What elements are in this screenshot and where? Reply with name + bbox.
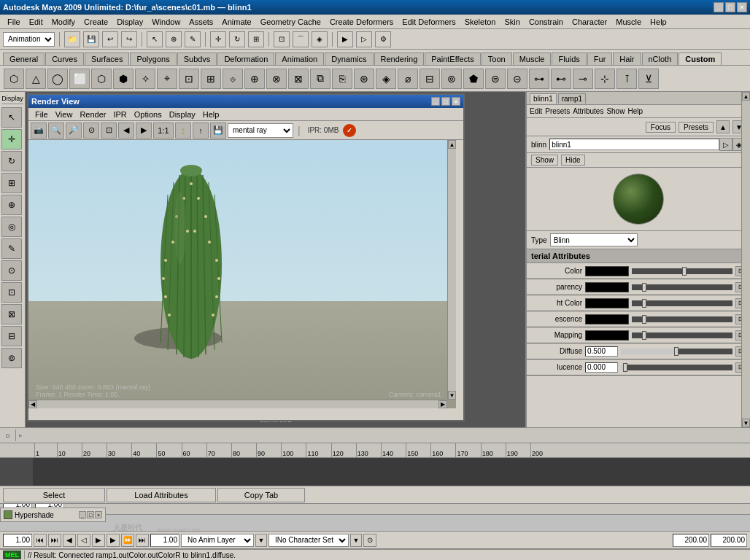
tab-subdvs[interactable]: Subdvs [177,52,217,65]
shelf-icon-1[interactable]: ⬡ [4,69,24,89]
ae-menu-show[interactable]: Show [606,107,625,115]
rv-menu-render[interactable]: Render [76,109,109,120]
go-to-end-btn[interactable]: ⏭ [136,534,149,547]
select-arrow-tool[interactable]: ↖ [1,107,22,128]
render-btn[interactable]: ▶ [337,31,353,47]
attr-incandescence-swatch[interactable] [585,314,629,324]
attr-ambient-swatch[interactable] [585,298,629,308]
open-file-btn[interactable]: 📁 [64,31,80,47]
rv-close-btn[interactable]: × [452,97,460,106]
step-forward-btn[interactable]: ▶ [107,534,120,547]
shelf-icon-15[interactable]: ⧉ [310,69,330,89]
minimize-btn[interactable]: _ [714,2,724,12]
ipr-render-btn[interactable]: ▷ [356,31,372,47]
shelf-icon-25[interactable]: ⊶ [529,69,549,89]
tab-custom[interactable]: Custom [679,52,722,65]
menu-skin[interactable]: Skin [500,16,524,28]
attr-diffuse-value[interactable] [585,346,618,357]
type-select[interactable]: Blinn [550,233,638,246]
paint-select-tool[interactable]: ✎ [1,238,22,259]
rv-ratio-btn[interactable]: 1:1 [153,122,174,139]
play-back-btn[interactable]: ◁ [77,534,90,547]
rv-menu-options[interactable]: Options [131,109,166,120]
menu-create-deformers[interactable]: Create Deformers [325,16,398,28]
window-controls[interactable]: _ □ × [714,2,747,12]
play-forward-btn[interactable]: ▶ [92,534,105,547]
ae-tab-ramp1[interactable]: ramp1 [558,93,586,104]
rv-scroll-right-btn[interactable]: ▶ [438,400,447,408]
anim-layer-select[interactable]: No Anim Layer [181,534,254,547]
rv-menu-ipr[interactable]: IPR [109,109,130,120]
blinn-name-input[interactable] [549,139,719,150]
tab-ncloth[interactable]: nCloth [642,52,679,65]
attr-ambient-slider[interactable] [632,300,732,306]
rv-scroll-left-btn[interactable]: ◀ [28,400,37,408]
render-view-titlebar[interactable]: Render View _ □ × [28,95,463,108]
menu-help[interactable]: Help [646,16,671,28]
ae-menu-attributes[interactable]: Attributes [573,107,603,115]
shelf-icon-27[interactable]: ⊸ [573,69,593,89]
anim-layer-options-btn[interactable]: ▼ [255,534,267,547]
rotate-tool[interactable]: ↻ [1,151,22,171]
shelf-icon-3[interactable]: ◯ [47,69,68,89]
shelf-icon-26[interactable]: ⊷ [551,69,571,89]
menu-create[interactable]: Create [80,16,112,28]
menu-edit-deformers[interactable]: Edit Deformers [398,16,460,28]
shelf-icon-10[interactable]: ⊞ [201,69,221,89]
tab-fur[interactable]: Fur [587,52,613,65]
ae-tab-blinn1[interactable]: blinn1 [530,93,557,104]
tab-deformation[interactable]: Deformation [217,52,274,65]
shelf-icon-20[interactable]: ⊟ [420,69,440,89]
tool-10[interactable]: ⊠ [1,304,22,324]
tab-toon[interactable]: Toon [482,52,512,65]
soft-select-tool[interactable]: ◎ [1,217,22,237]
go-to-start-btn[interactable]: ⏮ [34,534,47,547]
tool-9[interactable]: ⊡ [1,282,22,303]
shelf-icon-16[interactable]: ⎘ [332,69,352,89]
close-btn[interactable]: × [737,2,747,12]
shelf-icon-7[interactable]: ⟡ [135,69,155,89]
tab-general[interactable]: General [3,52,45,65]
menu-animate[interactable]: Animate [217,16,255,28]
rv-zoom-out-btn[interactable]: 🔎 [66,122,82,139]
animation-mode-select[interactable]: Animation [3,32,55,47]
shelf-icon-19[interactable]: ⌀ [398,69,418,89]
auto-key-btn[interactable]: ⊙ [363,534,376,547]
shelf-icon-18[interactable]: ◈ [376,69,396,89]
attr-color-slider[interactable] [632,268,732,274]
rv-camera-btn[interactable]: 📷 [31,122,47,139]
shelf-icon-8[interactable]: ⌖ [157,69,177,89]
rv-scroll-up-btn[interactable]: ▲ [448,140,456,149]
ae-menu-edit[interactable]: Edit [530,107,542,115]
rv-renderer-select[interactable]: mental ray [228,123,293,138]
menu-geometry-cache[interactable]: Geometry Cache [256,16,325,28]
attr-transparency-slider[interactable] [632,284,732,290]
snap-to-point-btn[interactable]: ◈ [312,31,328,47]
scale-tool-btn[interactable]: ⊞ [248,31,264,47]
tab-hair[interactable]: Hair [613,52,641,65]
move-tool-btn[interactable]: ✛ [210,31,226,47]
focus-btn[interactable]: Focus [646,122,676,133]
hide-btn[interactable]: Hide [561,155,585,166]
shelf-icon-28[interactable]: ⊹ [595,69,615,89]
lasso-btn[interactable]: ⊕ [166,31,182,47]
tool-12[interactable]: ⊚ [1,348,22,368]
tab-painteffects[interactable]: PaintEffects [425,52,481,65]
ae-menu-help[interactable]: Help [627,107,643,115]
shelf-icon-5[interactable]: ⬡ [91,69,112,89]
attr-mapping-swatch[interactable] [585,330,629,341]
undo-btn[interactable]: ↩ [102,31,118,47]
time-value-input[interactable] [150,534,179,547]
shelf-icon-11[interactable]: ⟐ [223,69,243,89]
shelf-icon-9[interactable]: ⊡ [179,69,199,89]
rv-menu-display[interactable]: Display [166,109,199,120]
attr-transparency-swatch[interactable] [585,282,629,292]
shelf-icon-24[interactable]: ⊝ [507,69,527,89]
ae-arrow-up-btn[interactable]: ▲ [716,120,730,133]
rv-maximize-btn[interactable]: □ [441,97,450,106]
rv-menu-view[interactable]: View [52,109,77,120]
tab-rendering[interactable]: Rendering [374,52,425,65]
tab-muscle[interactable]: Muscle [513,52,552,65]
menu-edit[interactable]: Edit [25,16,47,28]
shelf-icon-12[interactable]: ⊕ [244,69,265,89]
